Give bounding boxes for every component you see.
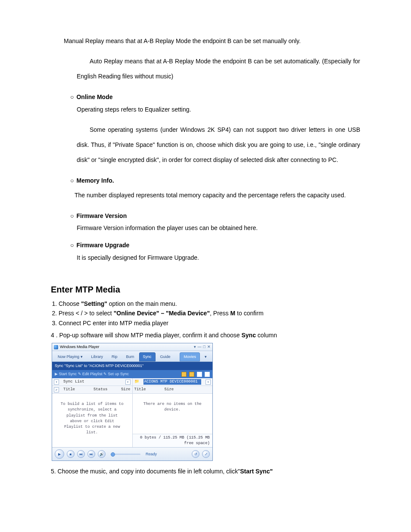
left-dropdown-label[interactable]: Sync List	[63, 379, 121, 385]
wmp-title: Windows Media Player	[60, 344, 100, 350]
next-button[interactable]: ⏭	[87, 450, 95, 458]
tab-menu-icon[interactable]: ▾	[201, 352, 211, 361]
heading-text: Memory Info.	[76, 177, 114, 184]
paragraph-firmware-upgrade: It is specially designed for Firmware Up…	[51, 253, 360, 262]
heading-online-mode: ○Online Mode	[51, 93, 360, 101]
heading-memory-info: ○Memory Info.	[51, 176, 360, 185]
bullet-icon: ○	[70, 242, 74, 249]
bullet-icon: ○	[70, 177, 74, 184]
prev-button[interactable]: ⏮	[77, 450, 85, 458]
bullet-icon: ○	[70, 93, 74, 100]
right-pane-message: There are no items on the device.	[133, 394, 213, 434]
wmp-sync-target: Sync "Sync List" to "ACIONS MTP DEVICE00…	[52, 362, 212, 370]
toolbar-icon-4[interactable]	[205, 372, 210, 377]
stop-button[interactable]: ■	[67, 450, 75, 458]
col-title-r: Title	[134, 387, 160, 392]
wmp-toolbar: ▶ Start Sync ✎ Edit Playlist ✎ Set up Sy…	[52, 370, 212, 378]
step-1: Choose "Setting" option on the main menu…	[59, 299, 360, 308]
paragraph-firmware-version: Firmware Version information the player …	[51, 224, 360, 232]
wmp-right-pane: 📁 ACIONS MTP DEVICE000001 ▾ Title Size T…	[133, 378, 213, 447]
wmp-titlebar: Windows Media Player ▾ — □ ✕	[52, 343, 212, 351]
heading-firmware-upgrade: ○Firmware Upgrade	[51, 241, 360, 249]
wmp-tabs: Now Playing ▾ Library Rip Burn Sync Guid…	[52, 351, 212, 362]
toolbar-icon-2[interactable]	[189, 372, 194, 377]
fullscreen-button[interactable]: ⤢	[202, 450, 210, 458]
paragraph-memory: The number displayed represents total me…	[51, 188, 360, 203]
maximize-icon[interactable]: □	[203, 344, 206, 350]
tab-now-playing[interactable]: Now Playing ▾	[54, 352, 87, 361]
col-size-r: Size	[165, 387, 174, 392]
wmp-controls: ▶ ■ ⏮ ⏭ 🔊 Ready ↺ ⤢	[52, 447, 212, 460]
paragraph-online-1: Operating steps refers to Equalizer sett…	[51, 105, 360, 114]
right-pane-footer: 0 bytes / 115.25 MB (115.25 MB free spac…	[133, 434, 213, 447]
tab-rip[interactable]: Rip	[108, 352, 121, 361]
heading-firmware-version: ○Firmware Version	[51, 212, 360, 220]
paragraph-auto-replay: Auto Replay means that at A-B Replay Mod…	[51, 54, 360, 84]
heading-text: Firmware Version	[76, 212, 127, 219]
left-check-icon[interactable]: ✔	[54, 387, 59, 392]
shuffle-button[interactable]: ↺	[192, 450, 199, 458]
wmp-left-pane: ▾ Sync List ▾ ✔ Title Status Size To bui…	[52, 378, 133, 447]
wmp-toolbar-left[interactable]: ▶ Start Sync ✎ Edit Playlist ✎ Set up Sy…	[55, 371, 129, 377]
play-button[interactable]: ▶	[55, 449, 64, 459]
tab-extra[interactable]: Movies	[180, 352, 200, 361]
heading-text: Online Mode	[76, 93, 112, 100]
tab-burn[interactable]: Burn	[122, 352, 138, 361]
minimize-icon[interactable]: —	[198, 344, 202, 350]
down-icon[interactable]: ▾	[194, 344, 196, 350]
steps-list: Choose "Setting" option on the main menu…	[51, 299, 360, 327]
toolbar-icon-3[interactable]	[197, 372, 202, 377]
tab-library[interactable]: Library	[87, 352, 107, 361]
right-dropdown-icon[interactable]: ▾	[206, 380, 211, 385]
paragraph-manual-replay: Manual Replay means that at A-B Replay M…	[51, 37, 360, 45]
device-icon: 📁	[134, 379, 139, 385]
step-3: Connect PC enter into MTP media player	[59, 319, 360, 327]
close-icon[interactable]: ✕	[207, 344, 211, 350]
left-dropdown-right-icon[interactable]: ▾	[125, 380, 131, 385]
col-title: Title	[63, 387, 89, 392]
left-pane-message: To build a list of items to synchronize,…	[52, 394, 132, 447]
col-status: Status	[93, 387, 117, 392]
tab-guide[interactable]: Guide	[156, 352, 174, 361]
status-ready: Ready	[146, 451, 157, 457]
bullet-icon: ○	[70, 212, 74, 219]
step-2: Press < / > to select "Online Device" – …	[59, 309, 360, 317]
wmp-screenshot: Windows Media Player ▾ — □ ✕ Now Playing…	[52, 343, 213, 461]
heading-text: Firmware Upgrade	[76, 242, 129, 249]
toolbar-icon-1[interactable]	[181, 372, 187, 377]
mute-button[interactable]: 🔊	[98, 450, 106, 458]
step-4: 4 . Pop-up software will show MTP media …	[51, 331, 360, 339]
left-dropdown-icon[interactable]: ▾	[54, 380, 59, 385]
step-5: 5. Choose the music, and copy into docum…	[51, 467, 360, 476]
tab-sync[interactable]: Sync	[139, 352, 156, 361]
paragraph-online-2: Some operating systems (under Windows 2K…	[51, 122, 360, 168]
right-dropdown-label[interactable]: ACIONS MTP DEVICE000001	[143, 379, 202, 385]
col-size: Size	[121, 387, 131, 392]
seek-slider[interactable]	[111, 454, 140, 455]
section-title-enter-mtp: Enter MTP Media	[51, 283, 360, 296]
wmp-logo-icon	[54, 345, 58, 349]
